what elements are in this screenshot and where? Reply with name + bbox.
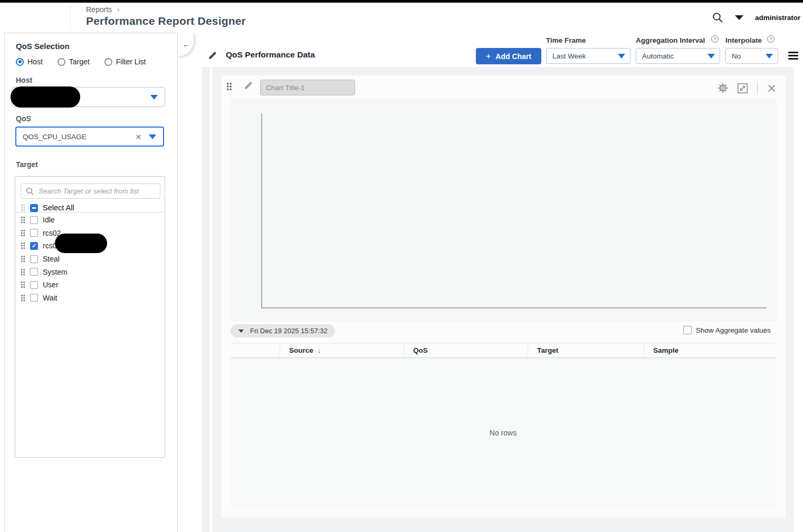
- target-list-item-wait[interactable]: Wait: [21, 292, 160, 305]
- performance-report-designer-page: Reports › Performance Report Designer ad…: [0, 0, 803, 532]
- report-title: QoS Performance Data: [226, 50, 315, 60]
- drag-handle-icon[interactable]: [21, 242, 25, 249]
- chevron-down-icon: [150, 95, 158, 100]
- scrollbar-track[interactable]: [202, 67, 210, 532]
- chevron-down-icon: [766, 54, 773, 59]
- add-chart-button[interactable]: + Add Chart: [476, 48, 541, 64]
- item-label: Idle: [43, 216, 55, 224]
- time-frame-label: Time Frame: [546, 36, 586, 44]
- clear-icon[interactable]: [136, 132, 141, 142]
- target-list-panel: Select All Idlercs02rcs0StealSystemUserW…: [15, 176, 165, 458]
- item-label: User: [43, 280, 59, 289]
- target-search: [21, 183, 160, 199]
- breadcrumb: Reports ›: [86, 5, 120, 14]
- target-list-item-system[interactable]: System: [21, 265, 160, 278]
- date-range-text: Fri Dec 19 2025 15:57:32: [250, 327, 328, 335]
- chart-title-input[interactable]: [260, 80, 355, 95]
- search-icon[interactable]: [712, 12, 723, 23]
- time-frame-select[interactable]: Last Week: [546, 48, 630, 64]
- target-list-item-user[interactable]: User: [21, 278, 160, 292]
- target-field-label: Target: [16, 160, 38, 169]
- drag-handle-icon[interactable]: [21, 216, 25, 224]
- qos-select[interactable]: QOS_CPU_USAGE: [15, 127, 164, 147]
- item-checkbox[interactable]: [30, 242, 38, 250]
- redaction-target-value: [55, 234, 107, 253]
- interpolate-help-icon[interactable]: [767, 35, 775, 43]
- radio-option-label: Filter List: [116, 57, 146, 66]
- interpolate-select[interactable]: No: [725, 48, 778, 64]
- top-black-strip: [0, 0, 803, 3]
- item-label: Steal: [43, 255, 60, 263]
- radio-icon[interactable]: [104, 58, 112, 66]
- user-menu-caret-icon[interactable]: [735, 15, 743, 20]
- item-checkbox[interactable]: [30, 229, 38, 237]
- item-checkbox[interactable]: [30, 255, 38, 263]
- empty-table-message: No rows: [490, 429, 517, 437]
- drag-handle-icon[interactable]: [21, 204, 25, 211]
- sort-desc-icon: [318, 346, 321, 354]
- resize-chart-icon[interactable]: [737, 83, 748, 94]
- drag-handle-icon[interactable]: [21, 294, 25, 302]
- edit-report-pencil-icon[interactable]: [208, 51, 217, 60]
- aggregate-checkbox[interactable]: [683, 326, 692, 334]
- drag-handle-icon[interactable]: [21, 281, 25, 288]
- list-divider: [16, 212, 164, 212]
- edit-chart-title-pencil-icon[interactable]: [244, 81, 253, 90]
- aggregation-interval-label: Aggregation Interval: [636, 36, 705, 44]
- close-icon[interactable]: [767, 83, 777, 93]
- select-all-checkbox[interactable]: [30, 204, 38, 212]
- radio-option-target[interactable]: Target: [58, 57, 90, 66]
- menu-icon[interactable]: [788, 52, 798, 61]
- chevron-down-icon: [708, 54, 715, 59]
- column-header-label: Source: [289, 346, 313, 354]
- plus-icon: +: [486, 52, 491, 61]
- radio-option-label: Target: [69, 57, 90, 66]
- user-name[interactable]: administrator: [755, 14, 800, 22]
- chart-widget-card: Fri Dec 19 2025 15:57:32 Show Aggregate …: [222, 75, 786, 518]
- data-table-body: No rows: [231, 358, 776, 507]
- drag-handle-icon[interactable]: [21, 268, 25, 276]
- item-checkbox[interactable]: [30, 216, 38, 224]
- radio-option-filter-list[interactable]: Filter List: [104, 57, 146, 66]
- target-search-input[interactable]: [37, 187, 160, 196]
- radio-option-host[interactable]: Host: [16, 57, 43, 66]
- column-header-target[interactable]: Target: [528, 343, 644, 357]
- item-checkbox[interactable]: [30, 268, 38, 276]
- column-header-label: Target: [537, 346, 558, 354]
- column-header-label: Sample: [653, 346, 678, 354]
- column-header-label: QoS: [413, 346, 428, 354]
- item-checkbox[interactable]: [30, 281, 38, 289]
- radio-icon[interactable]: [58, 58, 65, 66]
- chevron-down-icon: [149, 134, 156, 139]
- collapse-sidebar-button[interactable]: [178, 33, 194, 57]
- table-header-spacer: [231, 343, 280, 357]
- column-header-source[interactable]: Source: [280, 343, 404, 357]
- left-arrow-icon: [183, 40, 190, 49]
- widget-actions: [718, 81, 781, 95]
- aggregation-interval-select[interactable]: Automatic: [636, 48, 720, 64]
- radio-icon[interactable]: [16, 58, 24, 66]
- qos-field-label: QoS: [16, 114, 31, 123]
- item-label: System: [43, 268, 68, 276]
- select-all-label: Select All: [43, 204, 74, 212]
- header-actions: administrator: [712, 9, 803, 25]
- target-list-item-steal[interactable]: Steal: [21, 253, 160, 266]
- column-header-qos[interactable]: QoS: [404, 343, 528, 357]
- aggregation-interval-help-icon[interactable]: [711, 35, 719, 43]
- interpolate-label: Interpolate: [725, 36, 762, 44]
- widget-drag-handle-icon[interactable]: [226, 82, 232, 91]
- drag-handle-icon[interactable]: [21, 255, 25, 263]
- redaction-host-value: [11, 86, 80, 108]
- qos-selection-radios: HostTargetFilter List: [16, 57, 146, 66]
- data-table-header: SourceQoSTargetSample: [231, 343, 776, 358]
- chevron-down-icon: [618, 54, 625, 59]
- item-checkbox[interactable]: [30, 294, 38, 302]
- column-header-sample[interactable]: Sample: [644, 343, 776, 357]
- caret-down-icon: [238, 330, 244, 333]
- gear-icon[interactable]: [718, 83, 728, 93]
- chart-axes: [261, 113, 767, 308]
- breadcrumb-reports-link[interactable]: Reports: [86, 5, 112, 14]
- drag-handle-icon[interactable]: [21, 229, 25, 237]
- target-list-item-idle[interactable]: Idle: [21, 214, 160, 227]
- date-range-button[interactable]: Fri Dec 19 2025 15:57:32: [231, 324, 335, 337]
